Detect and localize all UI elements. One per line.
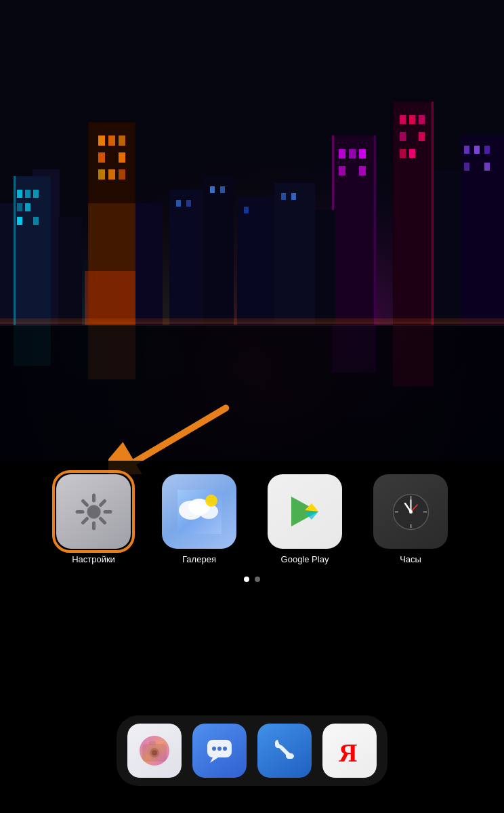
svg-rect-15 [25,203,30,211]
svg-rect-71 [0,322,504,325]
svg-rect-11 [17,190,22,198]
svg-rect-67 [484,146,490,154]
svg-rect-49 [409,149,415,158]
svg-rect-23 [108,136,115,146]
svg-point-105 [409,510,413,514]
dock-camera-icon [127,724,182,778]
svg-rect-13 [33,190,39,198]
gallery-app-label: Галерея [182,554,216,564]
main-app-row: Настройки [0,461,504,564]
svg-rect-65 [464,146,469,154]
svg-rect-8 [58,217,82,325]
svg-point-116 [217,747,222,751]
svg-rect-25 [98,152,105,163]
svg-rect-47 [419,132,425,141]
google-play-app[interactable]: Google Play [257,474,352,564]
svg-rect-74 [393,325,434,386]
svg-line-86 [83,518,87,522]
svg-rect-33 [333,137,375,324]
settings-app[interactable]: Настройки [46,474,141,564]
svg-rect-10 [15,178,49,324]
svg-rect-16 [17,217,22,225]
svg-rect-43 [400,115,406,124]
svg-point-115 [212,747,216,751]
svg-point-90 [199,504,218,519]
wallpaper [0,0,504,461]
svg-rect-54 [274,183,315,325]
gallery-app[interactable]: Галерея [152,474,247,564]
svg-rect-37 [339,166,345,175]
svg-rect-35 [349,149,356,159]
page-indicators [244,577,260,582]
svg-rect-17 [33,217,39,225]
svg-rect-29 [119,169,125,180]
svg-rect-50 [432,102,434,325]
svg-rect-14 [17,203,22,211]
svg-line-83 [83,501,87,505]
svg-rect-61 [220,186,225,193]
clock-app-icon [373,474,448,549]
home-screen: Настройки [0,461,504,813]
google-play-app-label: Google Play [281,554,329,564]
svg-rect-58 [176,200,181,207]
clock-app[interactable]: Часы [363,474,458,564]
settings-app-label: Настройки [72,554,115,564]
svg-rect-22 [98,136,105,146]
dock: Я [117,715,387,786]
svg-rect-56 [434,169,461,325]
dock-phone-app[interactable] [257,724,312,778]
svg-rect-27 [98,169,105,180]
svg-rect-66 [474,146,480,154]
svg-rect-48 [400,149,406,158]
dock-messages-app[interactable] [192,724,247,778]
svg-rect-68 [464,163,469,171]
svg-rect-51 [169,190,203,325]
svg-point-112 [140,736,169,766]
dock-phone-icon [257,724,312,778]
svg-rect-40 [374,136,376,325]
clock-app-label: Часы [400,554,421,564]
svg-rect-62 [244,207,249,213]
gallery-app-icon [162,474,236,549]
svg-rect-46 [400,132,406,141]
svg-point-117 [223,747,227,751]
svg-rect-34 [339,149,345,159]
svg-rect-18 [14,176,16,325]
settings-app-icon [56,474,131,549]
svg-rect-52 [203,176,234,325]
svg-rect-73 [332,325,376,373]
svg-text:Я: Я [339,738,357,767]
svg-rect-69 [484,163,490,171]
svg-line-85 [100,501,104,505]
svg-rect-28 [108,169,115,180]
dock-yandex-icon: Я [322,724,377,778]
svg-line-84 [100,518,104,522]
svg-rect-38 [359,166,366,175]
google-play-app-icon [268,474,342,549]
svg-rect-75 [14,325,51,366]
dock-camera-app[interactable] [127,724,182,778]
svg-rect-72 [88,325,135,379]
dock-yandex-app[interactable]: Я [322,724,377,778]
svg-marker-114 [210,757,218,763]
page-dot-1[interactable] [244,577,249,582]
svg-rect-44 [409,115,415,124]
svg-rect-55 [315,210,335,325]
svg-marker-92 [291,497,318,526]
svg-rect-45 [419,115,425,124]
dock-messages-icon [192,724,247,778]
svg-rect-30 [85,271,139,325]
svg-rect-31 [135,203,163,325]
svg-rect-53 [237,196,274,325]
svg-rect-26 [119,152,125,163]
svg-rect-59 [186,200,191,207]
svg-rect-36 [359,149,366,159]
svg-rect-63 [281,193,286,200]
svg-rect-64 [291,193,296,200]
svg-point-91 [205,495,217,507]
svg-rect-12 [25,190,30,198]
svg-point-78 [87,505,100,518]
svg-rect-24 [119,136,125,146]
page-dot-2[interactable] [255,577,260,582]
svg-rect-60 [210,186,215,193]
